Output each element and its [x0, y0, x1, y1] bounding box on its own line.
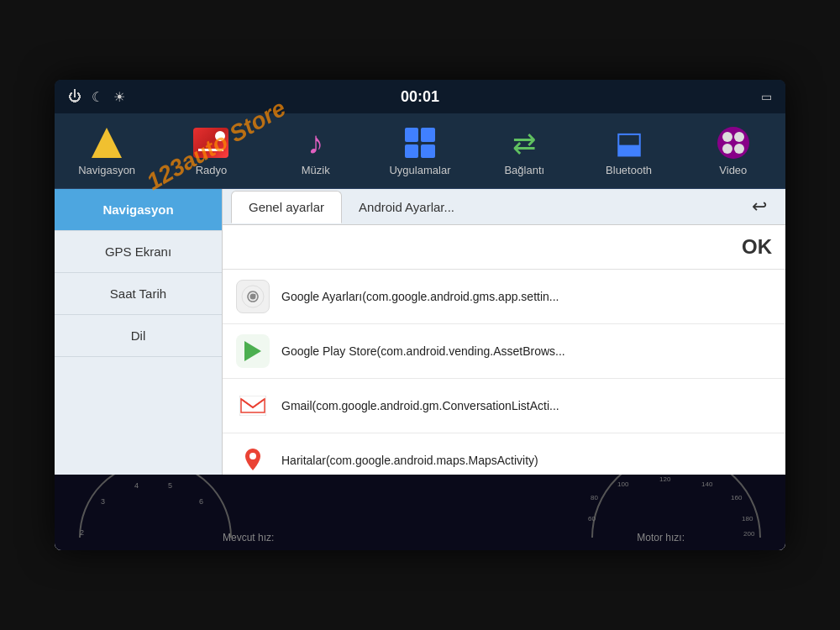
- svg-text:160: 160: [731, 494, 743, 501]
- svg-rect-2: [252, 294, 256, 296]
- nav-item-radyo[interactable]: Radyo: [173, 125, 249, 176]
- radyo-label: Radyo: [196, 164, 228, 176]
- status-left-icons: ⏻ ☾ ☀: [68, 89, 125, 105]
- svg-text:2: 2: [80, 528, 84, 537]
- right-gauge: 60 80 100 120 140 160 180 200: [584, 475, 769, 542]
- svg-text:60: 60: [588, 515, 596, 522]
- nav-bar: Navigasyon Radyo ♪ Müzik Uygulamalar: [55, 113, 785, 189]
- svg-point-4: [249, 453, 256, 459]
- svg-text:3: 3: [101, 497, 105, 506]
- gmail-icon: [236, 389, 270, 423]
- tabs-row: Genel ayarlar Android Ayarlar... ↩: [223, 189, 785, 225]
- power-icon[interactable]: ⏻: [68, 89, 81, 104]
- play-store-icon: [236, 334, 270, 368]
- bluetooth-icon: ⬓: [615, 125, 643, 160]
- gmail-label: Gmail(com.google.android.gm.Conversation…: [281, 399, 559, 412]
- ok-row: OK: [223, 225, 785, 270]
- google-settings-label: Google Ayarları(com.google.android.gms.a…: [281, 290, 559, 303]
- sidebar-item-navigasyon[interactable]: Navigasyon: [55, 189, 222, 231]
- svg-text:6: 6: [199, 497, 203, 506]
- status-bar: ⏻ ☾ ☀ 00:01 ▭: [55, 80, 785, 113]
- back-button[interactable]: ↩: [742, 189, 777, 224]
- moon-icon[interactable]: ☾: [92, 89, 103, 105]
- svg-text:120: 120: [659, 475, 671, 483]
- video-label: Video: [719, 164, 747, 176]
- list-item[interactable]: Google Ayarları(com.google.android.gms.a…: [223, 270, 785, 324]
- tab-genel[interactable]: Genel ayarlar: [231, 191, 342, 223]
- uygulamalar-label: Uygulamalar: [389, 164, 450, 176]
- nav-item-uygulamalar[interactable]: Uygulamalar: [382, 125, 458, 176]
- sidebar-item-gps[interactable]: GPS Ekranı: [55, 231, 222, 273]
- svg-text:140: 140: [701, 480, 713, 488]
- bluetooth-label: Bluetooth: [606, 164, 652, 176]
- left-gauge: 2 3 4 5 6: [71, 475, 239, 542]
- svg-text:4: 4: [134, 481, 139, 490]
- svg-text:200: 200: [743, 530, 755, 538]
- svg-text:100: 100: [617, 480, 629, 488]
- google-settings-icon: [236, 280, 270, 313]
- nav-item-muzik[interactable]: ♪ Müzik: [278, 125, 354, 176]
- list-item[interactable]: Gmail(com.google.android.gm.Conversation…: [223, 379, 785, 433]
- status-time: 00:01: [401, 88, 439, 106]
- muzik-icon: ♪: [307, 125, 323, 160]
- radyo-icon: [193, 125, 228, 160]
- brightness-icon[interactable]: ☀: [113, 89, 125, 105]
- navigasyon-label: Navigasyon: [78, 164, 135, 176]
- svg-text:5: 5: [168, 481, 172, 490]
- navigasyon-icon: [92, 125, 122, 160]
- screen: 123auto Store ⏻ ☾ ☀ 00:01 ▭ Navigasyon R…: [55, 80, 785, 550]
- baglanti-icon: ⇄: [512, 125, 536, 160]
- maps-icon: [236, 444, 270, 477]
- nav-item-navigasyon[interactable]: Navigasyon: [69, 125, 144, 176]
- nav-item-video[interactable]: Video: [696, 125, 771, 176]
- nav-item-bluetooth[interactable]: ⬓ Bluetooth: [591, 125, 667, 176]
- sidebar-item-dil[interactable]: Dil: [55, 315, 222, 357]
- window-icon[interactable]: ▭: [761, 90, 772, 103]
- tab-android[interactable]: Android Ayarlar...: [342, 192, 471, 223]
- play-store-label: Google Play Store(com.android.vending.As…: [281, 344, 565, 358]
- maps-label: Haritalar(com.google.android.maps.MapsAc…: [281, 454, 538, 467]
- sidebar-item-saat[interactable]: Saat Tarih: [55, 273, 222, 315]
- uygulamalar-icon: [405, 125, 435, 160]
- baglanti-label: Bağlantı: [504, 164, 544, 176]
- gauge-area: Mevcut hız: Motor hızı: 2 3 4 5 6 60 80 …: [55, 475, 785, 550]
- svg-text:80: 80: [591, 494, 598, 501]
- svg-text:180: 180: [742, 515, 753, 522]
- video-icon: [717, 125, 749, 160]
- list-item[interactable]: Google Play Store(com.android.vending.As…: [223, 324, 785, 379]
- muzik-label: Müzik: [302, 164, 330, 176]
- nav-item-baglanti[interactable]: ⇄ Bağlantı: [486, 125, 562, 176]
- ok-button[interactable]: OK: [742, 235, 772, 259]
